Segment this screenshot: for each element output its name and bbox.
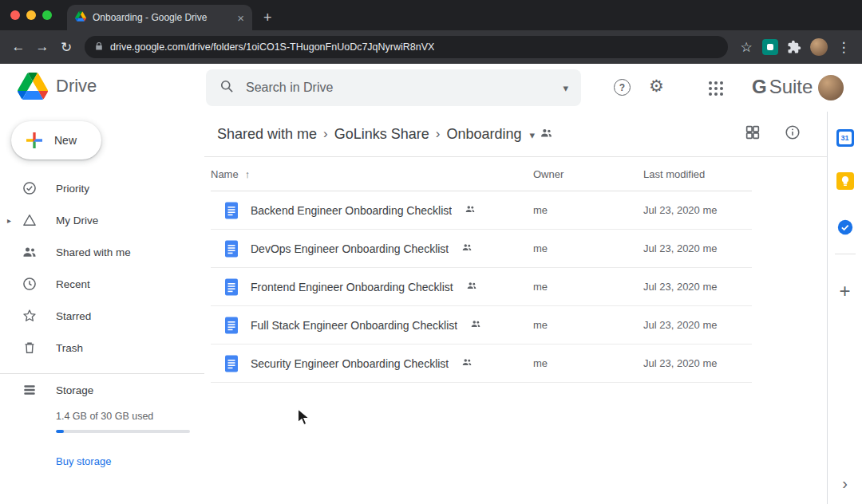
folder-menu-caret-icon[interactable]: ▾	[530, 129, 536, 141]
google-doc-icon	[222, 201, 241, 220]
google-doc-icon	[222, 316, 241, 335]
forward-button[interactable]: →	[30, 35, 54, 59]
file-modified: Jul 23, 2020 me	[643, 242, 752, 254]
shared-indicator-icon	[461, 242, 473, 256]
help-button[interactable]: ?	[614, 79, 631, 96]
column-last-modified[interactable]: Last modified	[643, 168, 752, 180]
tab-title: Onboarding - Google Drive	[93, 12, 231, 23]
sidebar-item-storage[interactable]: Storage	[0, 374, 204, 406]
search-bar[interactable]: ▾	[206, 69, 581, 106]
clock-icon	[22, 276, 38, 292]
file-name: Frontend Engineer Onboarding Checklist	[251, 281, 453, 293]
google-apps-grid-icon[interactable]	[709, 81, 723, 96]
new-button[interactable]: New	[11, 121, 101, 159]
sidebar-item-label: Storage	[56, 384, 93, 396]
lock-icon	[94, 40, 104, 54]
browser-profile-avatar[interactable]	[810, 38, 828, 56]
google-doc-icon	[222, 278, 241, 297]
shared-indicator-icon	[470, 318, 481, 333]
search-input[interactable]	[246, 81, 552, 95]
traffic-light-close-button[interactable]	[10, 10, 20, 20]
tab-close-icon[interactable]: ×	[237, 12, 244, 24]
file-row[interactable]: Frontend Engineer Onboarding Checklist m…	[211, 268, 752, 306]
settings-gear-icon[interactable]: ⚙	[649, 77, 664, 96]
traffic-light-zoom-button[interactable]	[42, 10, 52, 20]
sort-ascending-icon[interactable]: ↑	[245, 168, 251, 180]
side-panel-rail: 31 + ›	[827, 112, 862, 504]
sidebar-item-label: Trash	[56, 342, 83, 354]
drive-header: Drive ▾ ? ⚙ GSuite	[0, 64, 862, 112]
traffic-light-minimize-button[interactable]	[26, 10, 36, 20]
sidebar-item-trash[interactable]: Trash	[0, 332, 204, 364]
storage-usage-text: 1.4 GB of 30 GB used	[56, 411, 204, 422]
sidebar-item-label: Starred	[56, 310, 91, 322]
url-text: drive.google.com/drive/folders/1oiCO1S-T…	[110, 41, 434, 53]
search-options-caret-icon[interactable]: ▾	[563, 82, 568, 94]
keep-icon[interactable]	[836, 172, 854, 193]
sidebar-item-shared-with-me[interactable]: Shared with me	[0, 236, 204, 268]
account-avatar[interactable]	[818, 75, 844, 100]
star-icon	[22, 308, 38, 324]
file-modified: Jul 23, 2020 me	[643, 357, 752, 369]
new-tab-button[interactable]: +	[263, 10, 272, 25]
storage-progress-bar	[56, 430, 190, 433]
drive-logo[interactable]: Drive	[18, 73, 97, 100]
sidebar-item-my-drive[interactable]: ▸ My Drive	[0, 204, 204, 236]
calendar-icon[interactable]: 31	[836, 129, 854, 147]
app-name: Drive	[56, 76, 97, 96]
address-bar[interactable]: drive.google.com/drive/folders/1oiCO1S-T…	[85, 36, 728, 58]
bookmark-star-icon[interactable]: ☆	[734, 35, 758, 59]
folder-shared-icon	[540, 126, 553, 143]
info-icon[interactable]	[784, 124, 801, 144]
extension-teal-icon[interactable]	[762, 39, 778, 55]
breadcrumb: Shared with me › GoLinks Share › Onboard…	[204, 112, 827, 157]
sidebar: New Priority ▸ My Drive	[0, 112, 204, 504]
file-owner: me	[533, 319, 643, 331]
file-owner: me	[533, 357, 643, 369]
trash-icon	[22, 340, 38, 356]
sidebar-nav: Priority ▸ My Drive Share	[0, 172, 204, 364]
main-panel: Shared with me › GoLinks Share › Onboard…	[204, 112, 827, 504]
extensions-puzzle-icon[interactable]	[782, 35, 806, 59]
file-modified: Jul 23, 2020 me	[643, 281, 752, 293]
buy-storage-link[interactable]: Buy storage	[56, 455, 204, 467]
reload-button[interactable]: ↻	[54, 35, 78, 59]
sidebar-item-starred[interactable]: Starred	[0, 300, 204, 332]
file-name: DevOps Engineer Onboarding Checklist	[251, 242, 449, 255]
browser-tab[interactable]: Onboarding - Google Drive ×	[67, 5, 252, 30]
column-owner[interactable]: Owner	[533, 168, 643, 180]
sidebar-item-label: Shared with me	[56, 246, 131, 258]
file-modified: Jul 23, 2020 me	[643, 204, 752, 216]
shared-indicator-icon	[465, 203, 476, 218]
grid-view-toggle-icon[interactable]	[744, 124, 761, 144]
back-button[interactable]: ←	[6, 35, 30, 59]
shared-people-icon	[22, 244, 38, 260]
breadcrumb-item-onboarding[interactable]: Onboarding	[441, 126, 526, 143]
gsuite-g: G	[752, 76, 767, 97]
expand-panel-chevron-icon[interactable]: ›	[828, 474, 862, 493]
sidebar-item-label: Priority	[56, 183, 89, 195]
file-owner: me	[533, 281, 643, 293]
sidebar-item-priority[interactable]: Priority	[0, 172, 204, 204]
storage-icon	[22, 382, 38, 398]
file-row[interactable]: Security Engineer Onboarding Checklist m…	[211, 345, 752, 383]
gsuite-logo: GSuite	[752, 76, 813, 98]
google-doc-icon	[222, 354, 241, 373]
storage-progress-fill	[56, 430, 64, 433]
file-row[interactable]: Backend Engineer Onboarding Checklist me…	[211, 191, 752, 230]
breadcrumb-item-shared-with-me[interactable]: Shared with me	[212, 126, 322, 143]
file-row[interactable]: DevOps Engineer Onboarding Checklist me …	[211, 230, 752, 268]
breadcrumb-item-golinks-share[interactable]: GoLinks Share	[330, 126, 434, 143]
sidebar-item-label: My Drive	[56, 215, 98, 226]
add-addon-icon[interactable]: +	[839, 282, 850, 301]
browser-tab-strip: Onboarding - Google Drive × +	[0, 0, 862, 30]
file-owner: me	[533, 204, 643, 216]
window-controls	[10, 10, 52, 20]
column-name[interactable]: Name	[211, 168, 239, 180]
file-name: Backend Engineer Onboarding Checklist	[251, 204, 452, 217]
expand-arrow-icon[interactable]: ▸	[7, 216, 11, 225]
file-row[interactable]: Full Stack Engineer Onboarding Checklist…	[211, 306, 752, 345]
browser-menu-icon[interactable]: ⋮	[832, 35, 856, 59]
tasks-icon[interactable]	[836, 219, 854, 239]
sidebar-item-recent[interactable]: Recent	[0, 268, 204, 300]
